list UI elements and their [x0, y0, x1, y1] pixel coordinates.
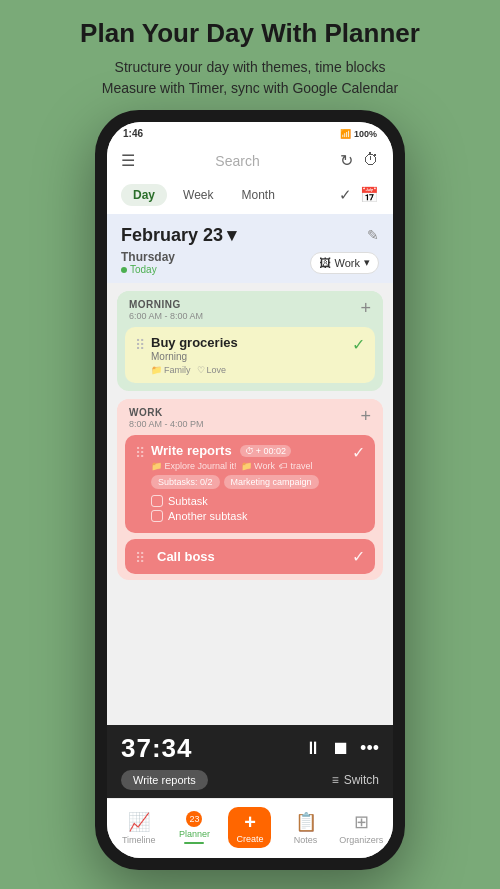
call-boss-name: Call boss — [157, 549, 215, 564]
tag-explore: 📁 Explore Journal it! — [151, 461, 237, 471]
date-edit-icon[interactable]: ✎ — [367, 227, 379, 243]
timer-plus: ⏱ — [245, 446, 254, 456]
nav-planner[interactable]: 23 Planner — [167, 811, 223, 844]
nav-planner-label: Planner — [179, 829, 210, 839]
today-label: Today — [130, 264, 157, 275]
timer-task-row: Write reports ≡ Switch — [121, 770, 379, 790]
timer-controls: 37:34 ⏸ ⏹ ••• — [121, 733, 379, 764]
page-title: Plan Your Day With Planner — [30, 18, 470, 49]
subtask-list: Subtask Another subtask — [151, 495, 352, 522]
work-label: Work — [335, 257, 360, 269]
date-header: February 23 ▾ ✎ Thursday Today 🖼 Work ▾ — [107, 214, 393, 283]
call-boss-card: ⠿ Call boss ✓ — [125, 539, 375, 574]
today-dot — [121, 267, 127, 273]
create-item[interactable]: + Create — [228, 807, 271, 848]
day-name: Thursday — [121, 250, 175, 264]
subtask-pills: Subtasks: 0/2 Marketing campaign — [151, 475, 352, 489]
call-boss-check[interactable]: ✓ — [352, 547, 365, 566]
tag-love: ♡ Love — [197, 365, 227, 375]
timer-bar: 37:34 ⏸ ⏹ ••• Write reports ≡ Switch — [107, 725, 393, 798]
checklist-icon[interactable]: ✓ — [339, 186, 352, 204]
timer-icon[interactable]: ⏱ — [363, 151, 379, 170]
morning-block-info: MORNING 6:00 AM - 8:00 AM — [129, 299, 203, 321]
morning-block-header: MORNING 6:00 AM - 8:00 AM + — [117, 291, 383, 327]
task-complete-button[interactable]: ✓ — [352, 335, 365, 354]
timer-task-label[interactable]: Write reports — [121, 770, 208, 790]
create-icon: + — [244, 811, 256, 834]
nav-icons: ↻ ⏱ — [340, 151, 379, 170]
work-block-title: WORK — [129, 407, 204, 418]
switch-label: Switch — [344, 773, 379, 787]
switch-button[interactable]: ≡ Switch — [332, 773, 379, 787]
status-time: 1:46 — [123, 128, 143, 139]
work-badge[interactable]: 🖼 Work ▾ — [310, 252, 379, 274]
scroll-content[interactable]: MORNING 6:00 AM - 8:00 AM + ⠿ Buy grocer… — [107, 283, 393, 725]
morning-block-title: MORNING — [129, 299, 203, 310]
heart-icon: ♡ — [197, 365, 205, 375]
timer-badge: ⏱ + 00:02 — [240, 445, 291, 457]
task-info: Buy groceries Morning 📁 Family ♡ Love — [151, 335, 352, 375]
timer-pause-button[interactable]: ⏸ — [304, 738, 322, 759]
view-tabs: Day Week Month ✓ 📅 — [107, 178, 393, 214]
date-chevron[interactable]: ▾ — [227, 224, 236, 246]
nav-timeline-label: Timeline — [122, 835, 156, 845]
status-bar: 1:46 📶 100% — [107, 122, 393, 143]
subtask-item-1: Subtask — [151, 495, 352, 507]
work-task-complete-button[interactable]: ✓ — [352, 443, 365, 462]
organizers-icon: ⊞ — [354, 811, 369, 833]
subtask-checkbox-1[interactable] — [151, 495, 163, 507]
work-block-time: 8:00 AM - 4:00 PM — [129, 419, 204, 429]
work-task-name: Write reports — [151, 443, 232, 458]
timer-stop-button[interactable]: ⏹ — [332, 738, 350, 759]
signal-icon: 📶 — [340, 129, 351, 139]
morning-block-time: 6:00 AM - 8:00 AM — [129, 311, 203, 321]
status-right: 📶 100% — [340, 129, 377, 139]
task-context: Morning — [151, 351, 352, 362]
subtask-count-pill: Subtasks: 0/2 — [151, 475, 220, 489]
day-row: Thursday Today 🖼 Work ▾ — [121, 250, 379, 275]
folder-icon: 📁 — [151, 365, 162, 375]
date-title: February 23 ▾ — [121, 224, 236, 246]
nav-organizers-label: Organizers — [339, 835, 383, 845]
timer-display: 37:34 — [121, 733, 193, 764]
subtask-marketing-pill: Marketing campaign — [224, 475, 319, 489]
nav-create[interactable]: + Create — [222, 807, 278, 848]
task-tags: 📁 Family ♡ Love — [151, 365, 352, 375]
battery-label: 100% — [354, 129, 377, 139]
page-subtitle: Structure your day with themes, time blo… — [30, 57, 470, 99]
morning-add-button[interactable]: + — [360, 299, 371, 317]
work-task-drag[interactable]: ⠿ — [135, 445, 145, 461]
nav-timeline[interactable]: 📈 Timeline — [111, 811, 167, 845]
tab-day[interactable]: Day — [121, 184, 167, 206]
refresh-icon[interactable]: ↻ — [340, 151, 353, 170]
subtask-checkbox-2[interactable] — [151, 510, 163, 522]
call-boss-left: ⠿ Call boss — [135, 548, 215, 566]
menu-icon[interactable]: ☰ — [121, 151, 135, 170]
work-add-button[interactable]: + — [360, 407, 371, 425]
nav-notes-label: Notes — [294, 835, 318, 845]
search-input[interactable]: Search — [147, 153, 328, 169]
nav-organizers[interactable]: ⊞ Organizers — [333, 811, 389, 845]
work-icon: 🖼 — [319, 256, 331, 270]
tab-week[interactable]: Week — [171, 184, 225, 206]
subtask-item-2: Another subtask — [151, 510, 352, 522]
date-row: February 23 ▾ ✎ — [121, 224, 379, 246]
tag-work: 📁 Work — [241, 461, 275, 471]
timer-more-button[interactable]: ••• — [360, 738, 379, 759]
call-boss-drag[interactable]: ⠿ — [135, 550, 145, 566]
work-chevron: ▾ — [364, 256, 370, 269]
tab-month[interactable]: Month — [229, 184, 286, 206]
view-right-icons: ✓ 📅 — [339, 186, 379, 204]
planner-badge: 23 — [186, 811, 202, 827]
nav-notes[interactable]: 📋 Notes — [278, 811, 334, 845]
page-header: Plan Your Day With Planner Structure you… — [0, 0, 500, 113]
notes-icon: 📋 — [295, 811, 317, 833]
morning-task-card: ⠿ Buy groceries Morning 📁 Family ♡ — [125, 327, 375, 383]
task-drag-handle[interactable]: ⠿ — [135, 337, 145, 353]
bottom-nav: 📈 Timeline 23 Planner + Create 📋 Notes ⊞ — [107, 798, 393, 858]
work-block-header: WORK 8:00 AM - 4:00 PM + — [117, 399, 383, 435]
calendar-icon[interactable]: 📅 — [360, 186, 379, 204]
tag-travel: 🏷 travel — [279, 461, 313, 471]
subtask-label-2: Another subtask — [168, 510, 248, 522]
planner-underline — [184, 842, 204, 844]
